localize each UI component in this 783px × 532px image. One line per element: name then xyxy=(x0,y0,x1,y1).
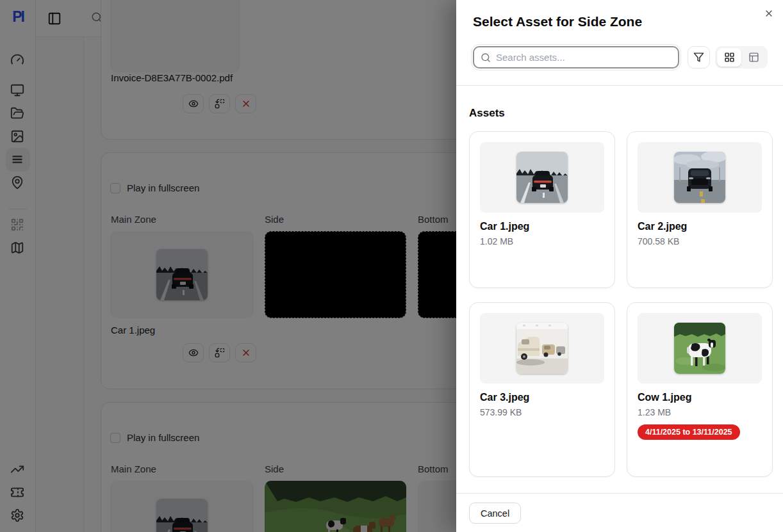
asset-name: Cow 1.jpeg xyxy=(638,392,762,403)
asset-card-car-3[interactable]: Car 3.jpeg 573.99 KB xyxy=(469,302,615,477)
view-toggle-group xyxy=(715,46,768,69)
search-icon xyxy=(481,52,491,63)
assets-section-title: Assets xyxy=(469,107,505,120)
funnel-icon xyxy=(693,52,704,63)
asset-card-cow-1[interactable]: Cow 1.jpeg 1.23 MB 4/11/2025 to 13/11/20… xyxy=(627,302,773,477)
asset-search-input[interactable] xyxy=(496,52,672,63)
thumbnail-area xyxy=(638,313,762,383)
application-window: Search... ⌘ K Invoice-D8E3A77B-0002.pdf … xyxy=(0,0,783,532)
car2-thumbnail xyxy=(674,152,725,203)
schedule-badge: 4/11/2025 to 13/11/2025 xyxy=(638,424,740,440)
asset-size: 573.99 KB xyxy=(480,407,604,417)
table-icon xyxy=(748,52,759,63)
thumbnail-area xyxy=(480,313,604,383)
grid-view-toggle[interactable] xyxy=(717,48,741,67)
car3-thumbnail xyxy=(516,323,568,374)
thumbnail-area xyxy=(638,142,762,213)
asset-grid: Car 1.jpeg 1.02 MB Car 2.jpeg 700.58 KB … xyxy=(469,131,773,477)
asset-size: 700.58 KB xyxy=(638,236,762,246)
asset-name: Car 3.jpeg xyxy=(480,392,604,403)
asset-size: 1.02 MB xyxy=(480,236,604,246)
asset-name: Car 2.jpeg xyxy=(638,221,762,232)
cow1-thumbnail xyxy=(674,323,725,374)
thumbnail-area xyxy=(480,142,604,213)
asset-size: 1.23 MB xyxy=(638,407,762,417)
select-asset-modal: Select Asset for Side Zone Assets Car 1. xyxy=(456,0,783,532)
close-button[interactable] xyxy=(763,8,775,20)
asset-card-car-1[interactable]: Car 1.jpeg 1.02 MB xyxy=(469,131,615,288)
table-view-toggle[interactable] xyxy=(741,48,766,67)
modal-title: Select Asset for Side Zone xyxy=(473,14,642,29)
modal-footer: Cancel xyxy=(456,493,783,532)
grid-icon xyxy=(724,52,735,63)
filter-button[interactable] xyxy=(688,46,710,69)
asset-name: Car 1.jpeg xyxy=(480,221,604,232)
car1-thumbnail xyxy=(516,152,568,203)
asset-card-car-2[interactable]: Car 2.jpeg 700.58 KB xyxy=(627,131,773,288)
modal-divider xyxy=(456,85,783,86)
close-icon xyxy=(764,8,774,19)
cancel-button[interactable]: Cancel xyxy=(469,503,521,524)
asset-search-field[interactable] xyxy=(473,46,679,69)
